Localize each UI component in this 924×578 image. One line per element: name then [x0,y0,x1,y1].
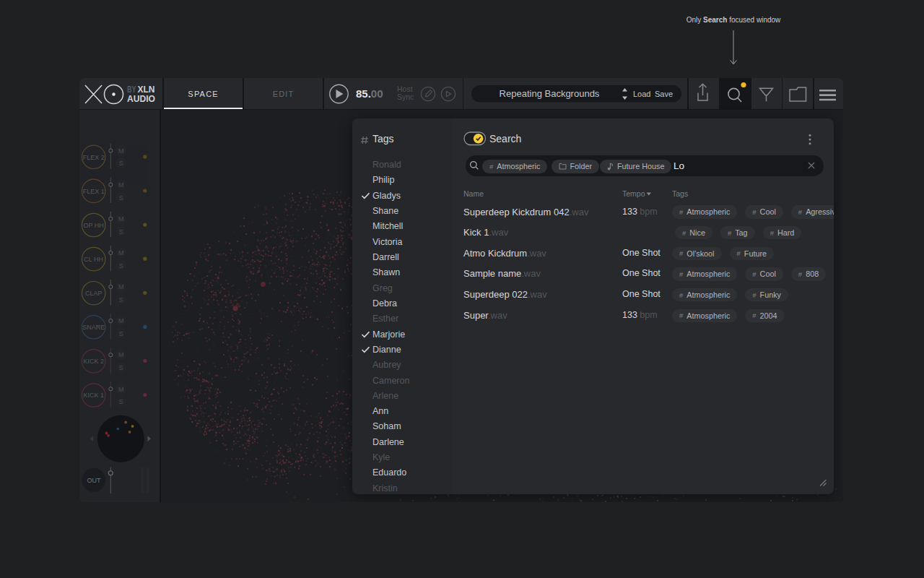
svg-text:M: M [118,317,124,324]
svg-text:S: S [119,364,123,371]
svg-text:OUT: OUT [87,477,102,484]
svg-text:S: S [119,296,123,303]
svg-text:CL HH: CL HH [84,256,103,263]
svg-text:CLAP: CLAP [85,290,103,297]
svg-text:S: S [119,262,123,269]
svg-text:Sync: Sync [397,92,414,101]
svg-text:Load: Load [633,90,650,98]
svg-text:AUDIO: AUDIO [127,94,155,104]
svg-text:M: M [118,215,124,223]
svg-text:KICK 1: KICK 1 [83,392,104,399]
svg-text:FLEX 1: FLEX 1 [83,188,105,195]
svg-text:S: S [119,160,123,167]
svg-text:M: M [118,249,124,256]
svg-text:Repeating Backgrounds: Repeating Backgrounds [500,88,600,99]
svg-text:M: M [118,181,124,189]
svg-text:BY: BY [127,85,136,95]
svg-text:M: M [118,351,124,358]
svg-text:S: S [119,194,123,202]
svg-text:KICK 2: KICK 2 [83,358,104,365]
svg-text:S: S [119,398,123,405]
svg-text:FLEX 2: FLEX 2 [83,154,105,161]
svg-text:M: M [118,386,124,393]
svg-text:OP HH: OP HH [84,222,104,229]
svg-text:SNARE: SNARE [82,324,105,331]
svg-text:S: S [119,330,123,337]
svg-text:XLN: XLN [138,85,155,95]
svg-text:S: S [119,228,123,236]
svg-text:85.00: 85.00 [356,87,383,100]
svg-text:M: M [118,283,124,290]
svg-text:Save: Save [655,90,673,98]
svg-text:M: M [118,147,124,155]
